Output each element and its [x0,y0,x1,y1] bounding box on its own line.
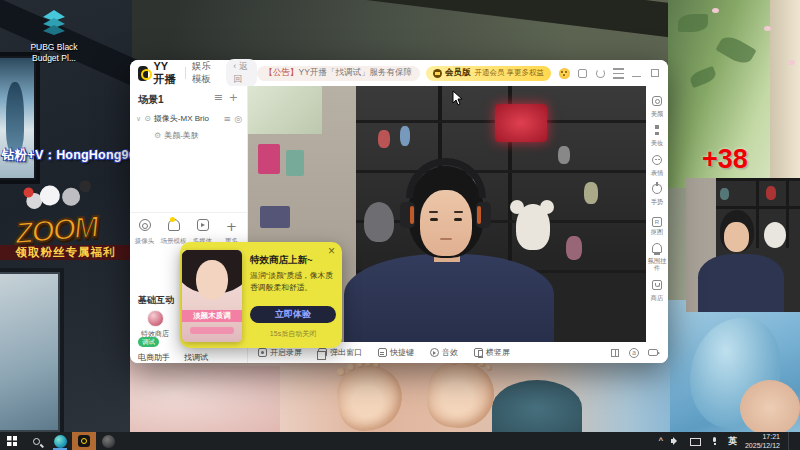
picture-frame [0,268,64,436]
effect-store-avatar [147,310,164,327]
media-icon [197,219,209,231]
popout-icon [318,348,327,357]
camera-preview-window [686,178,800,312]
hotkeys-button[interactable]: 快捷键 [378,347,414,358]
effect-card-caption: 淡颜木质调 [182,310,242,322]
effect-store-item[interactable]: 特效商店 [138,310,172,339]
bell-icon [652,243,662,253]
picture-frame [0,52,40,184]
speaker-icon[interactable] [671,436,682,447]
popout-button[interactable]: 弹出窗口 [318,347,362,358]
lock-icon[interactable]: ◎ [234,114,242,124]
display-icon[interactable] [690,436,701,447]
start-button[interactable] [0,432,24,450]
refresh-icon[interactable] [595,68,606,79]
popup-title: 特效商店上新~ [250,254,313,267]
record-button[interactable]: 开启录屏 [258,347,302,358]
effect-preview-card: 淡颜木质调 [182,250,242,342]
taskbar: ^ 英 17:21 2025/12/12 [0,432,800,450]
screen-icon[interactable] [648,348,658,358]
rail-expression[interactable]: 表情 [646,151,668,176]
vip-badge: 会员版 [445,67,471,79]
mini-window-icon[interactable] [577,68,588,79]
template-label: 娱乐模板 [192,60,218,86]
maximize-button[interactable] [649,68,660,79]
scene-list-icon[interactable]: ≡ [214,91,223,104]
headphone-cup [476,202,491,228]
section-title: 基础互动 [138,294,174,307]
minimize-button[interactable] [631,68,642,79]
taskbar-app-obs[interactable] [96,432,120,450]
add-scene-button[interactable]: + [229,91,238,104]
popup-body: 温润“淡颜”质感，像木质香调般柔和舒适。 [250,270,336,293]
visibility-icon[interactable]: ⊙ [144,114,151,123]
browser-icon [54,435,67,448]
app-title: YY开播 [153,60,179,87]
bottombar-right-icons: a [610,348,658,358]
rail-matting[interactable]: R抠图 [646,210,668,235]
taskbar-clock[interactable]: 17:21 2025/12/12 [745,432,780,450]
effect-card-subtitle [190,327,234,334]
titlebar: YY开播 娱乐模板 ‹ 返回 【公告】 YY开播「找调试」服务有保障 会员版 开… [130,60,668,86]
back-button[interactable]: ‹ 返回 [226,59,256,87]
effects-rail: 美颜 美妆 表情 手势 R抠图 氛围挂件 商店 [646,86,668,342]
smiley-icon [652,155,662,165]
desktop-icon-label: PUBG Black Budget Pl... [18,42,90,63]
lipstick-icon [655,125,659,135]
panel-links: 电商助手 找调试 [138,352,242,363]
rotate-icon [474,348,483,357]
a-circle-icon[interactable]: a [629,348,639,358]
split-view-icon[interactable] [610,348,620,358]
gift-counter: +38 [702,144,748,175]
announcement-text: YY开播「找调试」服务有保障 [299,67,412,79]
notification-dot [170,217,175,222]
rail-gesture[interactable]: 手势 [646,180,668,205]
yy-icon [78,435,90,447]
rail-ambience[interactable]: 氛围挂件 [646,239,668,272]
announcement-tag: 【公告】 [265,67,299,79]
microphone-icon[interactable] [709,436,720,447]
show-desktop-button[interactable] [788,432,792,450]
beauty-icon: ⚙ [154,131,161,140]
divider [130,212,248,213]
mouse-cursor [452,90,463,106]
beauty-icon [652,96,662,106]
tool-camera[interactable]: 摄像头 [130,217,159,246]
petal [712,8,719,13]
sound-effects-button[interactable]: 音效 [430,347,458,358]
ime-indicator[interactable]: 英 [728,435,737,448]
wallpaper-clothing [492,380,582,436]
taskbar-app-yy[interactable] [72,432,96,450]
recorder-icon [102,435,115,448]
titlebar-icons [559,68,660,79]
tray-expand-icon[interactable]: ^ [659,436,663,446]
rail-beauty[interactable]: 美颜 [646,92,668,117]
streamer-face [420,190,472,256]
rail-shop[interactable]: 商店 [646,276,668,301]
tool-scene-template[interactable]: 场景模板 [159,217,188,246]
desktop-icon-pubg[interactable]: PUBG Black Budget Pl... [18,10,90,66]
taskbar-app-browser[interactable] [48,432,72,450]
menu-icon[interactable] [613,68,624,79]
emoji-icon[interactable] [559,68,570,79]
try-now-button[interactable]: 立即体验 [250,306,336,323]
announcement-banner[interactable]: 【公告】 YY开播「找调试」服务有保障 [257,66,420,81]
debug-badge: 调试 [138,337,159,347]
close-icon[interactable]: × [328,244,335,258]
streamer-body [344,254,554,342]
drag-icon[interactable]: ≡ [224,114,232,124]
search-button[interactable] [24,432,48,450]
vip-upgrade-button[interactable]: 会员版 开通会员 享更多权益 [426,66,551,81]
headphone-cup [400,202,415,228]
link-debug[interactable]: 找调试 [184,352,208,363]
orientation-button[interactable]: 横竖屏 [474,347,510,358]
figure-toy [364,202,394,242]
rail-makeup[interactable]: 美妆 [646,121,668,146]
neon-sign [495,104,547,142]
link-ecommerce-helper[interactable]: 电商助手 [138,352,170,363]
source-item-camera[interactable]: ∨ ⊙ 摄像头-MX Brio ≡◎ [136,113,242,124]
effect-store-popup: × 淡颜木质调 特效商店上新~ 温润“淡颜”质感，像木质香调般柔和舒适。 立即体… [180,242,342,348]
yy-logo-icon [138,66,148,81]
source-item-beauty[interactable]: ⚙ 美颜-美肤 [154,130,199,141]
sound-icon [430,348,439,357]
